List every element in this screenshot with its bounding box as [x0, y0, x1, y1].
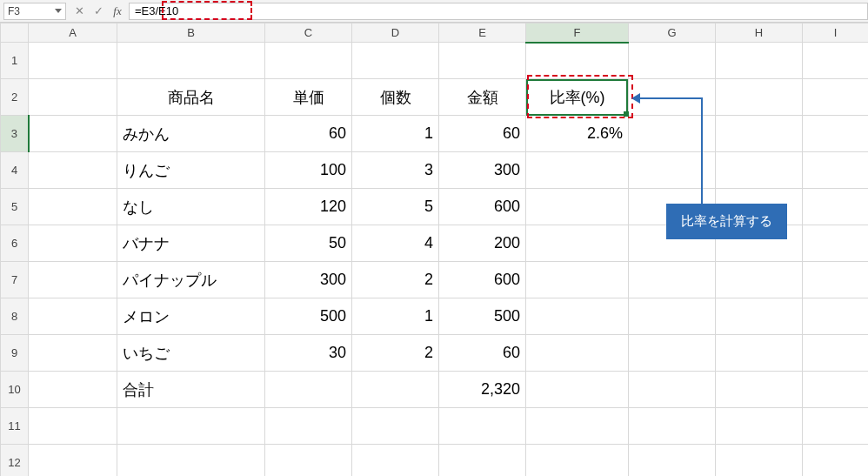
row-1[interactable]: 1 [1, 43, 869, 79]
cell-D7[interactable]: 2 [352, 262, 439, 298]
cell-E4[interactable]: 300 [439, 152, 526, 189]
cell-F10[interactable] [526, 372, 629, 408]
cell-E3[interactable]: 60 [439, 116, 526, 152]
cell-E12[interactable] [439, 445, 526, 477]
cell-I7[interactable] [803, 262, 869, 298]
row-2[interactable]: 2 商品名 単価 個数 金額 比率(%) [1, 79, 869, 116]
chevron-down-icon[interactable] [55, 9, 62, 13]
confirm-icon[interactable]: ✓ [92, 4, 104, 17]
fx-icon[interactable]: fx [111, 4, 124, 18]
spreadsheet-grid[interactable]: A B C D E F G H I 1 2 商品名 [0, 23, 868, 476]
cell-H2[interactable] [716, 79, 803, 116]
cell-C11[interactable] [265, 408, 352, 445]
row-11[interactable]: 11 [1, 408, 869, 445]
select-all-corner[interactable] [1, 23, 29, 43]
cell-C10[interactable] [265, 372, 352, 408]
cell-I12[interactable] [803, 445, 869, 477]
cell-G12[interactable] [629, 445, 716, 477]
cell-A4[interactable] [29, 152, 117, 189]
cell-D11[interactable] [352, 408, 439, 445]
cell-H10[interactable] [716, 372, 803, 408]
row-header-12[interactable]: 12 [1, 445, 29, 477]
row-9[interactable]: 9 いちご 30 2 60 [1, 335, 869, 372]
cell-C9[interactable]: 30 [265, 335, 352, 372]
cell-F11[interactable] [526, 408, 629, 445]
cell-A6[interactable] [29, 225, 117, 262]
row-12[interactable]: 12 [1, 445, 869, 477]
cell-D4[interactable]: 3 [352, 152, 439, 189]
cell-C3[interactable]: 60 [265, 116, 352, 152]
cell-I6[interactable] [803, 225, 869, 262]
row-header-8[interactable]: 8 [1, 298, 29, 335]
formula-input[interactable]: =E3/E10 [129, 3, 868, 20]
cell-F5[interactable] [526, 189, 629, 225]
cell-G10[interactable] [629, 372, 716, 408]
cell-C2[interactable]: 単価 [265, 79, 352, 116]
cell-E9[interactable]: 60 [439, 335, 526, 372]
cell-I2[interactable] [803, 79, 869, 116]
cancel-icon[interactable]: ✕ [73, 4, 85, 17]
cell-B7[interactable]: パイナップル [117, 262, 265, 298]
cell-A12[interactable] [29, 445, 117, 477]
cell-I9[interactable] [803, 335, 869, 372]
col-header-C[interactable]: C [265, 23, 352, 43]
cell-D1[interactable] [352, 43, 439, 79]
cell-H11[interactable] [716, 408, 803, 445]
col-header-G[interactable]: G [629, 23, 716, 43]
cell-C12[interactable] [265, 445, 352, 477]
cell-A7[interactable] [29, 262, 117, 298]
cell-D9[interactable]: 2 [352, 335, 439, 372]
cell-I11[interactable] [803, 408, 869, 445]
row-8[interactable]: 8 メロン 500 1 500 [1, 298, 869, 335]
cell-E1[interactable] [439, 43, 526, 79]
cell-G2[interactable] [629, 79, 716, 116]
col-header-E[interactable]: E [439, 23, 526, 43]
cell-A10[interactable] [29, 372, 117, 408]
column-header-row[interactable]: A B C D E F G H I [1, 23, 869, 43]
cell-G8[interactable] [629, 298, 716, 335]
row-4[interactable]: 4 りんご 100 3 300 [1, 152, 869, 189]
cell-F3[interactable]: 2.6% [526, 116, 629, 152]
col-header-D[interactable]: D [352, 23, 439, 43]
cell-G9[interactable] [629, 335, 716, 372]
cell-B9[interactable]: いちご [117, 335, 265, 372]
cell-B11[interactable] [117, 408, 265, 445]
cell-C4[interactable]: 100 [265, 152, 352, 189]
col-header-A[interactable]: A [29, 23, 117, 43]
cell-A1[interactable] [29, 43, 117, 79]
cell-C5[interactable]: 120 [265, 189, 352, 225]
cell-B6[interactable]: バナナ [117, 225, 265, 262]
cell-E8[interactable]: 500 [439, 298, 526, 335]
cell-D8[interactable]: 1 [352, 298, 439, 335]
cell-G3[interactable] [629, 116, 716, 152]
cell-D2[interactable]: 個数 [352, 79, 439, 116]
cell-G7[interactable] [629, 262, 716, 298]
col-header-H[interactable]: H [716, 23, 803, 43]
col-header-B[interactable]: B [117, 23, 265, 43]
cell-A3[interactable] [29, 116, 117, 152]
col-header-F[interactable]: F [526, 23, 629, 43]
cell-E10[interactable]: 2,320 [439, 372, 526, 408]
cell-A9[interactable] [29, 335, 117, 372]
cell-C7[interactable]: 300 [265, 262, 352, 298]
cell-A2[interactable] [29, 79, 117, 116]
cell-I8[interactable] [803, 298, 869, 335]
row-header-11[interactable]: 11 [1, 408, 29, 445]
cell-H7[interactable] [716, 262, 803, 298]
row-header-5[interactable]: 5 [1, 189, 29, 225]
cell-F1[interactable] [526, 43, 629, 79]
cell-B8[interactable]: メロン [117, 298, 265, 335]
name-box[interactable]: F3 [3, 3, 66, 20]
cell-G11[interactable] [629, 408, 716, 445]
row-header-4[interactable]: 4 [1, 152, 29, 189]
row-header-6[interactable]: 6 [1, 225, 29, 262]
cell-I10[interactable] [803, 372, 869, 408]
cell-D6[interactable]: 4 [352, 225, 439, 262]
cell-A8[interactable] [29, 298, 117, 335]
row-7[interactable]: 7 パイナップル 300 2 600 [1, 262, 869, 298]
cell-B12[interactable] [117, 445, 265, 477]
cell-H3[interactable] [716, 116, 803, 152]
row-10[interactable]: 10 合計 2,320 [1, 372, 869, 408]
cell-H1[interactable] [716, 43, 803, 79]
cell-C8[interactable]: 500 [265, 298, 352, 335]
